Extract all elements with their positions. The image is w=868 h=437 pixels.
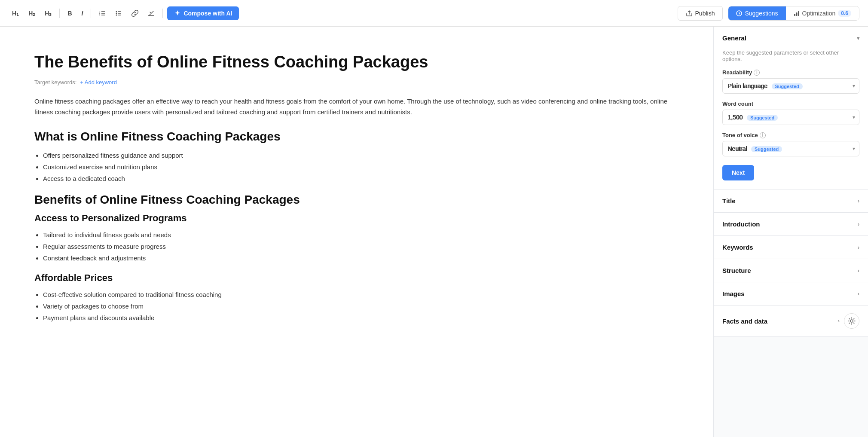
svg-point-7 [116,12,117,14]
readability-info-icon[interactable]: i [754,70,760,76]
wordcount-label: Word count [722,101,859,107]
list-item: Cost-effective solution compared to trad… [43,289,679,300]
list-item: Offers personalized fitness guidance and… [43,150,679,161]
view-tabs: Suggestions Optimization 0.6 [728,6,859,21]
bold-button[interactable]: B [64,7,75,19]
article-title[interactable]: The Benefits of Online Fitness Coaching … [34,52,679,72]
right-panel: General ▾ Keep the suggested parameters … [713,27,868,437]
tab-optimization[interactable]: Optimization 0.6 [786,6,859,20]
title-chevron-icon: › [858,198,859,204]
structure-chevron-icon: › [858,268,859,274]
tone-info-icon[interactable]: i [760,132,766,138]
wordcount-select[interactable]: 1,500 500 1,000 2,000 [722,110,859,125]
svg-point-17 [850,320,853,322]
italic-button[interactable]: I [78,7,87,19]
main-area: The Benefits of Online Fitness Coaching … [0,27,868,437]
readability-select[interactable]: Plain language Simple language Technical [722,78,859,94]
facts-label: Facts and data [722,318,767,325]
chevron-down-icon: ▾ [857,35,859,41]
next-button[interactable]: Next [722,165,754,180]
svg-point-6 [116,11,117,12]
list-item: Customized exercise and nutrition plans [43,161,679,173]
list-item: Tailored to individual fitness goals and… [43,229,679,241]
list-item: Access to a dedicated coach [43,173,679,184]
ordered-list-button[interactable]: 123 [95,7,109,19]
list-item: Payment plans and discounts available [43,312,679,324]
unordered-list-button[interactable] [112,7,125,19]
h3-button[interactable]: H₃ [41,7,55,19]
target-keywords-row: Target keywords: + Add keyword [34,79,679,86]
publish-button[interactable]: Publish [678,6,723,21]
list-affordable: Cost-effective solution compared to trad… [43,289,679,324]
readability-select-wrap: Plain language Simple language Technical… [722,78,859,94]
divider-2 [91,9,91,18]
keywords-chevron-icon: › [858,244,859,251]
keywords-section: Keywords › [714,236,868,259]
list-what: Offers personalized fitness guidance and… [43,150,679,184]
list-item: Regular assessments to measure progress [43,241,679,252]
keywords-header[interactable]: Keywords › [714,236,868,259]
svg-rect-16 [798,11,799,16]
target-keywords-label: Target keywords: [34,79,76,86]
structure-header[interactable]: Structure › [714,259,868,282]
tone-label: Tone of voice i [722,132,859,138]
keywords-label: Keywords [722,244,753,251]
clear-format-button[interactable] [144,7,158,19]
h2-benefits[interactable]: Benefits of Online Fitness Coaching Pack… [34,193,679,207]
h1-button[interactable]: H₁ [9,7,22,19]
divider-3 [162,9,163,18]
toolbar-formatting: H₁ H₂ H₃ B I 123 Compose with AI [9,6,239,20]
divider-1 [59,9,60,18]
svg-point-8 [116,14,117,15]
images-section: Images › [714,282,868,306]
add-keyword-button[interactable]: + Add keyword [80,79,117,86]
compose-ai-button[interactable]: Compose with AI [167,6,239,20]
facts-gear-button[interactable] [844,313,859,329]
list-access: Tailored to individual fitness goals and… [43,229,679,264]
tone-select[interactable]: Neutral Formal Casual [722,141,859,156]
facts-section: Facts and data › [714,306,868,337]
h3-affordable[interactable]: Affordable Prices [34,272,679,284]
svg-rect-14 [794,14,795,16]
introduction-header[interactable]: Introduction › [714,213,868,235]
general-header[interactable]: General ▾ [714,27,868,49]
link-button[interactable] [128,7,142,19]
optimization-score: 0.6 [838,10,851,17]
toolbar: H₁ H₂ H₃ B I 123 Compose with AI Publish [0,0,868,27]
h2-what[interactable]: What is Online Fitness Coaching Packages [34,130,679,144]
general-title: General [722,34,746,42]
svg-rect-15 [796,12,797,16]
images-chevron-icon: › [858,291,859,297]
intro-paragraph[interactable]: Online fitness coaching packages offer a… [34,96,679,118]
editor[interactable]: The Benefits of Online Fitness Coaching … [0,27,713,437]
introduction-label: Introduction [722,220,760,228]
images-header[interactable]: Images › [714,282,868,305]
general-section: General ▾ Keep the suggested parameters … [714,27,868,189]
general-desc: Keep the suggested parameters or select … [722,49,859,62]
images-label: Images [722,290,745,297]
h3-access[interactable]: Access to Personalized Programs [34,213,679,224]
introduction-chevron-icon: › [858,221,859,227]
introduction-section: Introduction › [714,213,868,236]
wordcount-select-wrap: 1,500 500 1,000 2,000 1,500 Suggested ▾ [722,110,859,125]
list-item: Constant feedback and adjustments [43,252,679,264]
readability-label: Readability i [722,69,859,76]
facts-chevron-icon: › [838,318,840,324]
list-item: Variety of packages to choose from [43,300,679,312]
title-label: Title [722,197,736,205]
facts-header[interactable]: Facts and data › [714,306,868,336]
general-body: Keep the suggested parameters or select … [714,49,868,189]
h2-button[interactable]: H₂ [25,7,39,19]
structure-label: Structure [722,267,751,274]
toolbar-actions: Publish Suggestions Optimization 0.6 [678,6,859,21]
title-header[interactable]: Title › [714,189,868,212]
svg-text:3: 3 [99,14,101,16]
tone-select-wrap: Neutral Formal Casual Neutral Suggested … [722,141,859,156]
structure-section: Structure › [714,259,868,282]
title-section: Title › [714,189,868,213]
tab-suggestions[interactable]: Suggestions [728,6,785,20]
